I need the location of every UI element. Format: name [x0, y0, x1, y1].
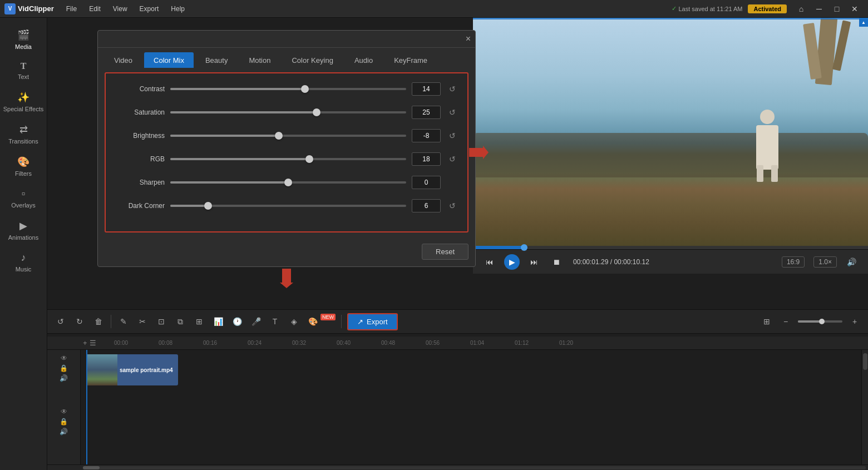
step-back-button[interactable]: ⏮	[482, 254, 497, 270]
svg-marker-0	[469, 146, 489, 159]
rgb-reset-button[interactable]: ↺	[446, 153, 458, 165]
tab-audio[interactable]: Audio	[345, 52, 382, 68]
contrast-input[interactable]	[412, 82, 441, 96]
toolbar-separator-2	[341, 315, 342, 328]
grid-view-button[interactable]: ⊞	[758, 313, 776, 330]
trim-button[interactable]: ⊡	[152, 313, 170, 330]
tab-video[interactable]: Video	[105, 52, 142, 68]
mic-button[interactable]: 🎤	[247, 313, 265, 330]
ruler-mark-5: 00:40	[337, 340, 381, 346]
stop-button[interactable]: ⏹	[549, 254, 564, 270]
app-logo: V VidClipper	[4, 3, 54, 14]
track-eye-button[interactable]: 👁	[61, 354, 67, 362]
hamburger-icon[interactable]: ☰	[90, 339, 96, 347]
undo-button[interactable]: ↺	[52, 313, 70, 330]
zoom-in-button[interactable]: +	[846, 313, 864, 330]
saturation-track[interactable]	[170, 111, 406, 113]
step-forward-button[interactable]: ⏭	[526, 254, 542, 270]
export-button[interactable]: ↗ Export	[347, 313, 398, 330]
ruler-mark-2: 00:16	[203, 340, 248, 346]
rgb-track[interactable]	[170, 158, 406, 160]
saturation-input[interactable]	[412, 106, 441, 119]
special-effects-icon: ✨	[17, 91, 29, 103]
track-audio-2-button[interactable]: 🔊	[60, 428, 68, 436]
redo-button[interactable]: ↻	[71, 313, 88, 330]
sidebar-item-media[interactable]: 🎬 Media	[0, 23, 47, 56]
contrast-track[interactable]	[170, 88, 406, 90]
tab-motion[interactable]: Motion	[239, 52, 280, 68]
timeline-scrollbar-h[interactable]	[47, 464, 868, 470]
track-eye-2-button[interactable]: 👁	[61, 408, 67, 415]
close-button[interactable]: ✕	[846, 1, 864, 17]
track-audio-button[interactable]: 🔊	[60, 374, 68, 382]
contrast-reset-button[interactable]: ↺	[446, 83, 458, 95]
play-button[interactable]: ▶	[504, 254, 520, 270]
clock-button[interactable]: 🕐	[228, 313, 246, 330]
dark-corner-track[interactable]	[170, 205, 406, 207]
mask-button[interactable]: ◈	[285, 313, 303, 330]
ruler-mark-0: 00:00	[114, 340, 159, 346]
dark-corner-reset-button[interactable]: ↺	[446, 200, 458, 212]
track-left-controls: 👁 🔒 🔊 👁 🔒 🔊	[47, 350, 81, 464]
window-controls: ⌂ ─ □ ✕	[792, 1, 864, 17]
saturation-reset-button[interactable]: ↺	[446, 106, 458, 118]
progress-fill	[473, 246, 524, 249]
sidebar-item-filters[interactable]: 🎨 Filters	[0, 150, 47, 182]
menu-edit[interactable]: Edit	[83, 4, 106, 14]
menu-help[interactable]: Help	[165, 4, 190, 14]
sharpen-input[interactable]	[412, 176, 441, 189]
sidebar-item-music[interactable]: ♪ Music	[0, 246, 47, 278]
sharpen-track[interactable]	[170, 181, 406, 184]
text-button[interactable]: T	[266, 313, 284, 330]
reset-button[interactable]: Reset	[422, 244, 468, 260]
dark-corner-row: Dark Corner ↺	[115, 199, 458, 212]
crop-button[interactable]: ⊞	[190, 313, 208, 330]
chart-button[interactable]: 📊	[209, 313, 227, 330]
menu-view[interactable]: View	[107, 4, 133, 14]
dark-corner-input[interactable]	[412, 199, 441, 212]
zoom-out-button[interactable]: −	[777, 313, 795, 330]
tab-beauty[interactable]: Beauty	[196, 52, 237, 68]
sidebar-label-media: Media	[15, 43, 32, 50]
menu-export[interactable]: Export	[134, 4, 165, 14]
track-control-group: 👁 🔒 🔊	[60, 354, 68, 382]
track-lock-2-button[interactable]: 🔒	[60, 418, 68, 426]
minimize-button[interactable]: ─	[810, 1, 828, 17]
add-track-icon[interactable]: +	[83, 339, 87, 347]
zoom-select[interactable]: 1.0×	[813, 256, 837, 268]
dialog-footer: Reset	[98, 239, 475, 266]
saturation-label: Saturation	[115, 108, 165, 116]
sidebar-item-animations[interactable]: ▶ Animations	[0, 214, 47, 246]
delete-button[interactable]: 🗑	[90, 313, 107, 330]
zoom-slider[interactable]	[798, 320, 842, 323]
color-button[interactable]: 🎨	[304, 313, 322, 330]
sidebar-item-text[interactable]: T Text	[0, 56, 47, 86]
brightness-input[interactable]	[412, 129, 441, 142]
progress-thumb[interactable]	[521, 244, 527, 251]
ruler-mark-4: 00:32	[292, 340, 337, 346]
brightness-reset-button[interactable]: ↺	[446, 130, 458, 142]
timeline-cursor[interactable]	[86, 350, 87, 464]
sidebar-item-overlays[interactable]: ▫ Overlays	[0, 182, 47, 214]
sidebar-item-special-effects[interactable]: ✨ Special Effects	[0, 86, 47, 118]
aspect-ratio-select[interactable]: 16:9	[782, 256, 805, 268]
video-clip[interactable]: sample portrait.mp4	[86, 354, 178, 385]
copy-button[interactable]: ⧉	[171, 313, 189, 330]
audio-toggle-button[interactable]: 🔊	[844, 254, 859, 270]
timeline-scrollbar-v[interactable]	[861, 350, 868, 464]
cut-button[interactable]: ✂	[134, 313, 151, 330]
menu-file[interactable]: File	[61, 4, 82, 14]
tab-color-mix[interactable]: Color Mix	[144, 52, 194, 68]
tab-keyframe[interactable]: KeyFrame	[384, 52, 437, 68]
edit-button[interactable]: ✎	[115, 313, 132, 330]
brightness-track[interactable]	[170, 135, 406, 137]
rgb-input[interactable]	[412, 152, 441, 166]
sidebar-item-transitions[interactable]: ⇄ Transitions	[0, 118, 47, 150]
track-lock-button[interactable]: 🔒	[60, 364, 68, 372]
dialog-close-button[interactable]: ×	[466, 34, 471, 44]
progress-bar[interactable]	[473, 246, 868, 249]
tab-color-keying[interactable]: Color Keying	[282, 52, 342, 68]
home-button[interactable]: ⌂	[792, 1, 810, 17]
sidebar-label-text: Text	[18, 73, 29, 80]
maximize-button[interactable]: □	[828, 1, 846, 17]
